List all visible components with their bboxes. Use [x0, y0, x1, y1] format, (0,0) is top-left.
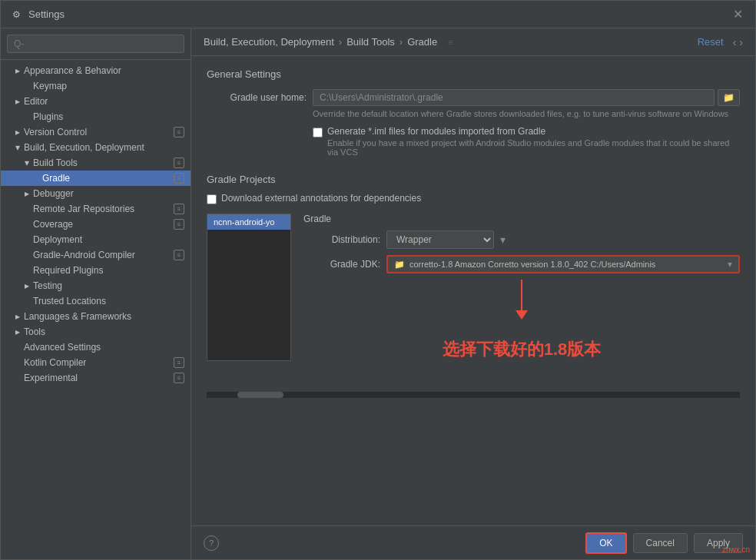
generate-iml-group: Generate *.iml files for modules importe… — [327, 126, 740, 157]
forward-button[interactable]: › — [739, 36, 743, 48]
sidebar-item-label: Keymap — [33, 81, 67, 91]
settings-window: ⚙ Settings ✕ ▸ Appearance & Behavior Key… — [0, 0, 756, 560]
badge-icon: ≡ — [174, 173, 184, 184]
sidebar-item-label: Coverage — [33, 219, 73, 230]
distribution-row: Distribution: Wrapper Local installation… — [303, 230, 740, 249]
generate-iml-label: Generate *.iml files for modules importe… — [327, 126, 740, 137]
sidebar-item-label: Build, Execution, Deployment — [24, 142, 144, 153]
sidebar-item-trusted-locations[interactable]: Trusted Locations — [1, 293, 191, 309]
gradle-jdk-select[interactable]: 📁 corretto-1.8 Amazon Corretto version 1… — [386, 255, 740, 273]
content-body: General Settings Gradle user home: 📁 Ove… — [191, 56, 755, 525]
scrollbar-area — [207, 392, 740, 398]
gradle-jdk-value: corretto-1.8 Amazon Corretto version 1.8… — [410, 260, 655, 269]
distribution-select[interactable]: Wrapper Local installation Specified loc… — [386, 230, 494, 249]
help-button[interactable]: ? — [204, 535, 219, 551]
footer-left: ? — [204, 535, 219, 551]
arrow-line — [521, 280, 522, 310]
sidebar-item-advanced[interactable]: Advanced Settings — [1, 340, 191, 355]
project-item[interactable]: ncnn-android-yo — [207, 214, 290, 230]
badge-icon: ≡ — [174, 373, 184, 383]
sidebar-item-required-plugins[interactable]: Required Plugins — [1, 263, 191, 278]
close-button[interactable]: ✕ — [730, 4, 746, 25]
badge-icon: ≡ — [174, 250, 184, 260]
search-bar — [1, 28, 191, 60]
reset-button[interactable]: Reset — [698, 36, 724, 48]
annotation-arrow — [303, 280, 740, 320]
breadcrumb-separator-icon: › — [400, 36, 403, 48]
sidebar-item-label: Testing — [33, 280, 62, 291]
gradle-settings-section: Gradle Distribution: Wrapper Local insta… — [303, 214, 740, 361]
download-annotations-checkbox[interactable] — [207, 194, 217, 204]
gradle-user-home-hint: Override the default location where Grad… — [313, 109, 740, 118]
sidebar-item-gradle-android[interactable]: Gradle-Android Compiler ≡ — [1, 247, 191, 263]
main-layout: ▸ Appearance & Behavior Keymap ▸ Editor … — [1, 28, 755, 559]
sidebar-item-deployment[interactable]: Deployment — [1, 232, 191, 247]
sidebar-item-testing[interactable]: ▸ Testing — [1, 278, 191, 293]
jdk-folder-icon: 📁 — [394, 260, 405, 270]
sidebar-item-label: Gradle-Android Compiler — [33, 250, 135, 260]
badge-icon: ≡ — [174, 157, 184, 168]
sidebar-item-label: Remote Jar Repositories — [33, 204, 134, 214]
sidebar-item-gradle[interactable]: Gradle ≡ — [1, 171, 191, 186]
sidebar-item-label: Editor — [24, 96, 48, 107]
dropdown-jdk-arrow-icon: ▾ — [728, 259, 732, 270]
ok-button[interactable]: OK — [585, 532, 626, 554]
input-with-folder-btn: 📁 — [313, 89, 740, 106]
scrollbar-thumb[interactable] — [237, 392, 284, 398]
gradle-user-home-input[interactable] — [313, 89, 715, 106]
badge-icon: ≡ — [174, 204, 184, 214]
window-icon: ⚙ — [10, 8, 22, 21]
sidebar-item-experimental[interactable]: Experimental ≡ — [1, 370, 191, 386]
general-settings-title: General Settings — [207, 68, 740, 80]
nav-arrows: ‹ › — [733, 36, 743, 48]
expand-arrow-icon: ▸ — [13, 65, 22, 76]
cancel-button[interactable]: Cancel — [633, 533, 688, 553]
projects-list: ncnn-android-yo — [207, 214, 291, 361]
sidebar-item-build-tools[interactable]: ▾ Build Tools ≡ — [1, 155, 191, 171]
generate-iml-hint: Enable if you have a mixed project with … — [327, 138, 740, 157]
generate-iml-checkbox[interactable] — [313, 128, 323, 138]
sidebar-item-label: Trusted Locations — [33, 296, 106, 307]
expand-arrow-icon: ▾ — [13, 142, 22, 153]
sidebar-item-debugger[interactable]: ▸ Debugger — [1, 186, 191, 201]
distribution-label: Distribution: — [303, 234, 380, 245]
two-col-layout: ncnn-android-yo Gradle Distribution: Wra… — [207, 214, 740, 361]
sidebar-item-plugins[interactable]: Plugins — [1, 109, 191, 124]
sidebar-item-coverage[interactable]: Coverage ≡ — [1, 217, 191, 232]
expand-arrow-icon: ▸ — [13, 96, 22, 107]
gradle-jdk-row: Gradle JDK: 📁 corretto-1.8 Amazon Corret… — [303, 255, 740, 273]
gradle-section-title: Gradle — [303, 214, 740, 224]
sidebar-item-remote-jar[interactable]: Remote Jar Repositories ≡ — [1, 201, 191, 217]
sidebar-item-label: Experimental — [24, 373, 78, 383]
badge-icon: ≡ — [174, 357, 184, 368]
content-header: Build, Execution, Deployment › Build Too… — [191, 28, 755, 56]
sidebar-item-languages[interactable]: ▸ Languages & Frameworks — [1, 309, 191, 324]
apply-button[interactable]: Apply — [694, 533, 743, 553]
breadcrumb-item-1[interactable]: Build, Execution, Deployment — [204, 36, 334, 48]
sidebar-item-tools[interactable]: ▸ Tools — [1, 324, 191, 340]
expand-arrow-icon: ▸ — [22, 188, 32, 199]
sidebar-item-kotlin[interactable]: Kotlin Compiler ≡ — [1, 355, 191, 370]
bookmark-icon: ≡ — [448, 38, 453, 47]
sidebar: ▸ Appearance & Behavior Keymap ▸ Editor … — [1, 28, 191, 559]
sidebar-item-label: Advanced Settings — [24, 342, 101, 353]
sidebar-item-label: Appearance & Behavior — [24, 65, 121, 76]
horizontal-scrollbar[interactable] — [207, 392, 740, 398]
sidebar-item-keymap[interactable]: Keymap — [1, 78, 191, 94]
content-actions: Reset ‹ › — [698, 36, 743, 48]
back-button[interactable]: ‹ — [733, 36, 737, 48]
sidebar-item-build-exec[interactable]: ▾ Build, Execution, Deployment — [1, 140, 191, 155]
expand-arrow-icon: ▾ — [22, 157, 32, 168]
sidebar-item-version-control[interactable]: ▸ Version Control ≡ — [1, 124, 191, 140]
sidebar-item-label: Gradle — [42, 173, 70, 184]
sidebar-item-label: Build Tools — [33, 157, 78, 168]
sidebar-item-editor[interactable]: ▸ Editor — [1, 94, 191, 109]
sidebar-item-appearance[interactable]: ▸ Appearance & Behavior — [1, 63, 191, 78]
sidebar-item-label: Required Plugins — [33, 265, 103, 276]
generate-iml-row: Generate *.iml files for modules importe… — [207, 126, 740, 161]
breadcrumb-item-2[interactable]: Build Tools — [346, 36, 395, 48]
folder-browse-button[interactable]: 📁 — [718, 89, 740, 106]
gradle-projects-title: Gradle Projects — [207, 174, 740, 185]
search-input[interactable] — [7, 35, 184, 53]
gradle-user-home-label: Gradle user home: — [207, 89, 307, 103]
